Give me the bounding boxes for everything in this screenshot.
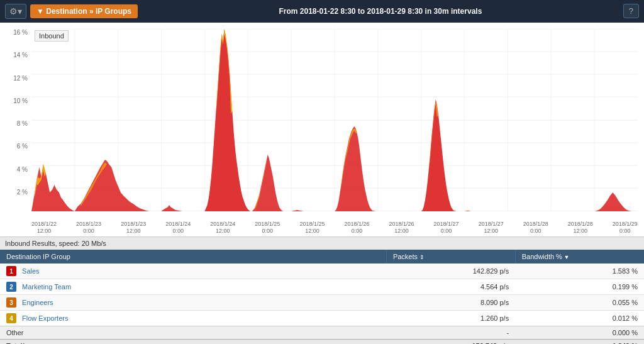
total-row: Total* 156.743 p/s 1.849 % (0, 340, 644, 345)
svg-marker-31 (291, 210, 335, 211)
group-link-2[interactable]: Engineers (22, 299, 53, 306)
cell-packets-2: 8.090 p/s (386, 295, 515, 311)
y-label-8: 8 % (0, 120, 28, 127)
row-number-2: 3 (6, 297, 16, 308)
cell-group-2: 3 Engineers (0, 295, 386, 311)
svg-marker-22 (31, 164, 75, 211)
help-button[interactable]: ? (623, 4, 639, 18)
y-label-16: 16 % (0, 29, 28, 36)
cell-bandwidth-0: 1.583 % (515, 264, 644, 279)
svg-marker-29 (252, 155, 292, 211)
interval: in 30m intervals (425, 7, 482, 16)
col-header-bandwidth[interactable]: Bandwidth % (515, 250, 644, 264)
cell-bandwidth-3: 0.012 % (515, 311, 644, 326)
y-label-2: 2 % (0, 189, 28, 196)
group-link-0[interactable]: Sales (22, 267, 40, 275)
x-label-4: 2018/1/2412:00 (210, 221, 235, 235)
row-number-1: 2 (6, 282, 16, 292)
other-bandwidth: 0.000 % (515, 326, 644, 340)
cell-group-3: 4 Flow Exporters (0, 311, 386, 326)
x-label-10: 2018/1/2712:00 (479, 221, 504, 235)
x-label-3: 2018/1/240:00 (165, 221, 191, 235)
cell-packets-1: 4.564 p/s (386, 279, 515, 295)
header-title: From 2018-01-22 8:30 to 2018-01-29 8:30 … (138, 7, 623, 16)
x-label-9: 2018/1/270:00 (434, 221, 459, 235)
row-number-0: 1 (6, 266, 16, 276)
y-label-6: 6 % (0, 143, 28, 150)
cell-group-1: 2 Marketing Team (0, 279, 386, 295)
svg-marker-34 (421, 99, 465, 211)
col-header-packets[interactable]: Packets (386, 250, 515, 264)
x-label-1: 2018/1/230:00 (76, 221, 101, 235)
group-link-3[interactable]: Flow Exporters (22, 314, 68, 322)
x-label-12: 2018/1/2812:00 (568, 221, 593, 235)
gear-button[interactable]: ⚙▾ (5, 4, 26, 19)
table-row: 1 Sales 142.829 p/s 1.583 % (0, 264, 644, 279)
x-label-2: 2018/1/2312:00 (121, 221, 146, 235)
y-label-12: 12 % (0, 75, 28, 82)
y-label-4: 4 % (0, 166, 28, 173)
x-label-6: 2018/1/2512:00 (299, 221, 325, 235)
svg-marker-26 (162, 205, 182, 211)
col-header-group: Destination IP Group (0, 250, 386, 264)
cell-bandwidth-2: 0.055 % (515, 295, 644, 311)
chart-svg (31, 29, 638, 211)
other-packets: - (386, 326, 515, 340)
table-foot: Other - 0.000 % Total* 156.743 p/s 1.849… (0, 326, 644, 345)
date-from: 2018-01-22 8:30 (300, 7, 356, 16)
y-label-14: 14 % (0, 52, 28, 58)
cell-bandwidth-1: 0.199 % (515, 279, 644, 295)
cell-packets-3: 1.260 p/s (386, 311, 515, 326)
x-label-13: 2018/1/290:00 (613, 221, 638, 235)
x-label-8: 2018/1/2612:00 (389, 221, 414, 235)
cell-packets-0: 142.829 p/s (386, 264, 515, 279)
table-row: 2 Marketing Team 4.564 p/s 0.199 % (0, 279, 644, 295)
other-label: Other (0, 326, 386, 340)
header: ⚙▾ ▼ Destination » IP Groups From 2018-0… (0, 0, 644, 23)
x-label-11: 2018/1/280:00 (523, 221, 548, 235)
chart-area: Inbound (0, 23, 644, 236)
y-label-10: 10 % (0, 97, 28, 104)
row-number-3: 4 (6, 313, 16, 323)
results-label: Inbound Results, speed: 20 Mb/s (0, 236, 644, 250)
total-packets: 156.743 p/s (386, 340, 515, 345)
x-label-0: 2018/1/2212:00 (31, 221, 57, 235)
cell-group-0: 1 Sales (0, 264, 386, 279)
breadcrumb-button[interactable]: ▼ Destination » IP Groups (30, 4, 138, 18)
y-axis-labels: 16 % 14 % 12 % 10 % 8 % 6 % 4 % 2 % (0, 29, 30, 211)
group-link-1[interactable]: Marketing Team (22, 283, 71, 291)
other-row: Other - 0.000 % (0, 326, 644, 340)
inbound-label: Inbound (35, 30, 69, 42)
total-bandwidth: 1.849 % (515, 340, 644, 345)
table-row: 3 Engineers 8.090 p/s 0.055 % (0, 295, 644, 311)
title-prefix: From (279, 7, 299, 16)
x-label-5: 2018/1/250:00 (255, 221, 280, 235)
table-row: 4 Flow Exporters 1.260 p/s 0.012 % (0, 311, 644, 326)
table-body: 1 Sales 142.829 p/s 1.583 % 2 Marketing … (0, 264, 644, 326)
data-table: Destination IP Group Packets Bandwidth %… (0, 250, 644, 344)
total-label: Total* (0, 340, 386, 345)
x-axis-labels: 2018/1/2212:00 2018/1/230:00 2018/1/2312… (31, 221, 638, 235)
x-label-7: 2018/1/260:00 (344, 221, 369, 235)
date-to: 2018-01-29 8:30 (367, 7, 423, 16)
